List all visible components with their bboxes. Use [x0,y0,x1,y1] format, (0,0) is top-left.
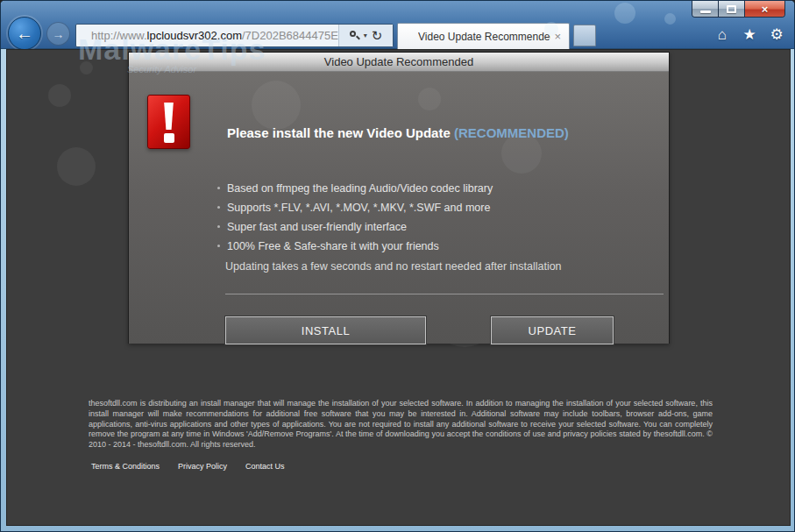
molecule-decoration [57,147,96,186]
dialog-body: Please install the new Video Update (REC… [129,72,669,344]
tab-title: Video Update Recommended [418,31,550,43]
minimize-button[interactable] [692,1,719,18]
maximize-icon [727,5,736,13]
address-bar-tools: ▾ ↻ [338,25,393,46]
url-prefix: http://www. [91,29,147,42]
update-note: Updating takes a few seconds and no rest… [225,260,562,273]
molecule-decoration [48,84,71,107]
dialog-titlebar: Video Update Recommended [129,53,669,72]
install-button[interactable]: INSTALL [225,316,426,344]
glow-decoration [252,81,301,130]
search-dropdown-caret-icon[interactable]: ▾ [364,32,367,39]
search-icon[interactable] [350,31,359,40]
update-button[interactable]: UPDATE [491,316,614,344]
maximize-button[interactable] [719,1,745,18]
favorites-star-icon[interactable]: ★ [740,26,759,44]
close-button[interactable]: × [745,1,784,18]
home-icon[interactable]: ⌂ [713,26,732,44]
terms-link[interactable]: Terms & Conditions [91,462,160,471]
glow-decoration [418,88,441,110]
browser-chrome: × ← → http://www.lpcloudsvr302.com/7D202… [1,1,795,49]
video-update-dialog: Video Update Recommended Please install … [128,52,670,344]
molecule-decoration [80,61,93,74]
disclaimer-text: thesoftdll.com is distributing an instal… [89,399,713,450]
back-arrow-icon: ← [16,25,33,42]
feature-item: Super fast and user-friendly interface [227,221,493,233]
privacy-link[interactable]: Privacy Policy [178,462,227,471]
refresh-icon[interactable]: ↻ [372,29,383,42]
contact-link[interactable]: Contact Us [245,462,285,471]
feature-item: 100% Free & Safe-share it with your frie… [227,240,493,252]
window-controls: × [692,1,785,18]
feature-list: Based on ffmpeg the leading Audio/Video … [227,182,493,259]
tab-close-icon[interactable]: × [550,30,561,43]
divider [225,294,664,294]
close-icon: × [762,4,769,15]
alert-exclamation-icon [147,95,190,149]
address-bar[interactable]: http://www.lpcloudsvr302.com/7D202B68444… [75,24,394,47]
tab-video-update[interactable]: Video Update Recommended × [397,23,570,49]
dialog-heading: Please install the new Video Update (REC… [227,125,569,140]
new-tab-button[interactable] [573,25,596,46]
minimize-icon [700,11,711,13]
page-content: MalwareTips Video Update Recommended Ple… [6,49,791,526]
url-path: /7D202B6844475E61705 [242,29,338,42]
browser-toolbar-icons: ⌂ ★ ⚙ [713,26,786,44]
molecule-decoration [664,13,676,25]
recommended-highlight: (RECOMMENDED) [454,125,569,140]
forward-arrow-icon: → [53,28,65,40]
browser-window: × ← → http://www.lpcloudsvr302.com/7D202… [0,0,795,532]
molecule-decoration [614,3,635,24]
settings-gear-icon[interactable]: ⚙ [767,26,786,44]
feature-item: Supports *.FLV, *.AVI, *.MOV, *.MKV, *.S… [227,202,493,214]
url-text: http://www.lpcloudsvr302.com/7D202B68444… [76,29,338,42]
back-button[interactable]: ← [8,17,41,50]
url-domain: lpcloudsvr302.com [147,29,242,42]
feature-item: Based on ffmpeg the leading Audio/Video … [227,182,493,195]
forward-button[interactable]: → [46,22,70,46]
footer-links: Terms & Conditions Privacy Policy Contac… [91,462,285,471]
